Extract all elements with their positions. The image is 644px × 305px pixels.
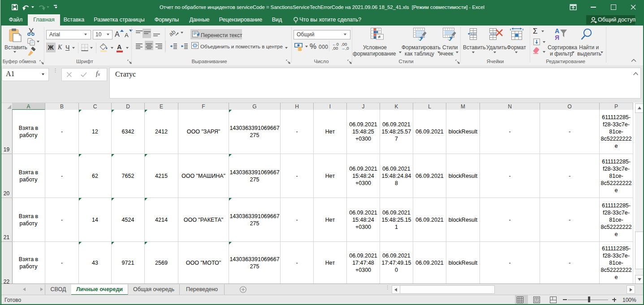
svg-text:≠: ≠ [378,34,380,39]
svg-text:Я: Я [555,34,559,41]
svg-text:ab: ab [169,28,177,37]
svg-text:A: A [555,27,559,34]
